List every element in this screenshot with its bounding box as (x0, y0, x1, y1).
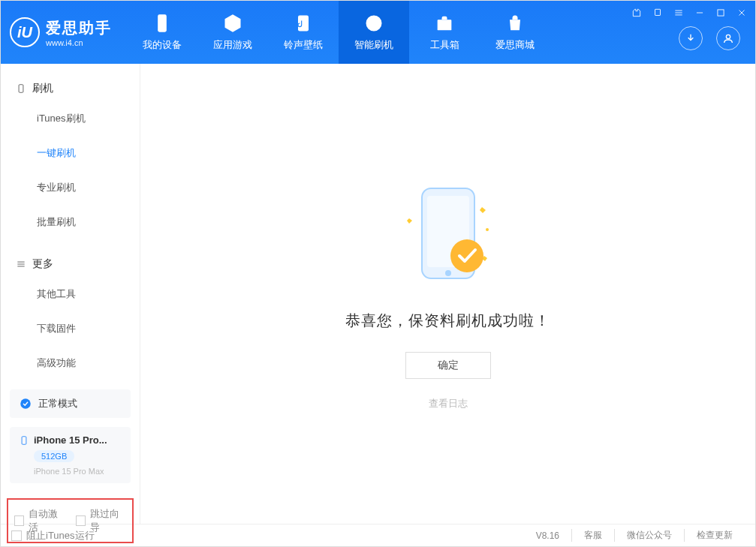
window-skin-icon[interactable] (629, 5, 644, 20)
window-maximize-icon[interactable] (713, 5, 728, 20)
checkbox-block-itunes[interactable]: 阻止iTunes运行 (11, 529, 95, 542)
main-layout: 刷机 iTunes刷机 一键刷机 专业刷机 批量刷机 更多 其他工具 下载固件 … (1, 64, 755, 524)
svg-rect-6 (718, 10, 724, 16)
refresh-gear-icon (363, 13, 384, 34)
svg-marker-14 (480, 207, 486, 213)
sidebar-heading-flash[interactable]: 刷机 (1, 76, 140, 101)
device-storage-badge: 512GB (34, 450, 74, 462)
sidebar-heading-label: 刷机 (32, 82, 53, 95)
window-menu-icon[interactable] (671, 5, 686, 20)
nav-ringtones[interactable]: 铃声壁纸 (268, 1, 339, 64)
nav-toolbox[interactable]: 工具箱 (409, 1, 480, 64)
nav-label: 智能刷机 (354, 38, 393, 52)
sidebar-item-itunes-flash[interactable]: iTunes刷机 (1, 101, 140, 136)
briefcase-icon (434, 13, 455, 34)
sidebar-item-download-firmware[interactable]: 下载固件 (1, 311, 140, 346)
phone-outline-icon (16, 83, 26, 94)
sidebar-heading-label: 更多 (32, 257, 53, 271)
device-card[interactable]: iPhone 15 Pro... 512GB iPhone 15 Pro Max (10, 427, 131, 483)
window-feedback-icon[interactable] (650, 5, 665, 20)
window-controls (629, 5, 749, 20)
svg-point-8 (20, 398, 31, 409)
window-minimize-icon[interactable] (692, 5, 707, 20)
top-nav: 我的设备 应用游戏 铃声壁纸 智能刷机 工具箱 爱思商城 (127, 1, 550, 64)
logo-icon: iU (10, 17, 40, 47)
main-content: 恭喜您，保资料刷机成功啦！ 确定 查看日志 (140, 64, 755, 524)
svg-rect-5 (655, 9, 661, 15)
footer-version: V8.16 (524, 530, 571, 541)
success-title: 恭喜您，保资料刷机成功啦！ (345, 311, 550, 331)
svg-rect-0 (158, 14, 167, 32)
music-icon (293, 13, 314, 34)
success-illustration (396, 177, 501, 293)
svg-point-17 (450, 239, 483, 272)
app-header: iU 爱思助手 www.i4.cn 我的设备 应用游戏 铃声壁纸 智能刷机 工具… (1, 1, 755, 64)
footer-support[interactable]: 客服 (571, 529, 614, 542)
view-log-link[interactable]: 查看日志 (429, 397, 468, 410)
list-icon (16, 259, 26, 269)
sidebar-item-advanced[interactable]: 高级功能 (1, 346, 140, 380)
checkbox-icon (76, 515, 86, 526)
sidebar-item-pro-flash[interactable]: 专业刷机 (1, 170, 140, 205)
device-status[interactable]: 正常模式 (10, 389, 131, 418)
nav-label: 爱思商城 (495, 38, 535, 52)
footer-check-update[interactable]: 检查更新 (684, 529, 745, 542)
sidebar-item-other-tools[interactable]: 其他工具 (1, 277, 140, 311)
nav-store[interactable]: 爱思商城 (480, 1, 550, 64)
app-title: 爱思助手 (46, 18, 112, 38)
device-name: iPhone 15 Pro... (34, 434, 107, 446)
phone-icon (152, 13, 173, 34)
nav-label: 工具箱 (430, 38, 459, 52)
footer-wechat[interactable]: 微信公众号 (614, 529, 684, 542)
checkbox-label-text: 阻止iTunes运行 (26, 529, 95, 542)
app-url: www.i4.cn (46, 38, 112, 47)
sidebar-item-batch-flash[interactable]: 批量刷机 (1, 205, 140, 239)
header-actions (679, 26, 740, 50)
sidebar-item-onekey-flash[interactable]: 一键刷机 (1, 136, 140, 170)
sidebar-section-more: 更多 其他工具 下载固件 高级功能 (1, 239, 140, 380)
nav-my-device[interactable]: 我的设备 (127, 1, 197, 64)
nav-smart-flash[interactable]: 智能刷机 (339, 1, 409, 64)
nav-apps-games[interactable]: 应用游戏 (197, 1, 268, 64)
sidebar-section-flash: 刷机 iTunes刷机 一键刷机 专业刷机 批量刷机 (1, 64, 140, 239)
svg-marker-13 (407, 218, 412, 224)
confirm-button[interactable]: 确定 (405, 352, 491, 379)
sidebar: 刷机 iTunes刷机 一键刷机 专业刷机 批量刷机 更多 其他工具 下载固件 … (1, 64, 140, 524)
device-phone-icon (19, 435, 29, 446)
svg-rect-7 (19, 85, 23, 93)
svg-point-15 (486, 228, 489, 231)
checkbox-icon (14, 515, 24, 526)
svg-rect-3 (438, 20, 452, 30)
cube-icon (222, 13, 243, 34)
nav-label: 应用游戏 (213, 38, 252, 52)
sidebar-heading-more[interactable]: 更多 (1, 251, 140, 277)
device-model: iPhone 15 Pro Max (34, 467, 122, 476)
window-close-icon[interactable] (734, 5, 749, 20)
svg-point-12 (445, 270, 451, 276)
app-logo: iU 爱思助手 www.i4.cn (10, 17, 112, 47)
shopping-bag-icon (505, 13, 526, 34)
checkbox-label-text: 跳过向导 (90, 507, 126, 534)
nav-label: 我的设备 (143, 38, 182, 52)
svg-point-4 (726, 35, 730, 38)
svg-rect-9 (22, 436, 26, 444)
profile-button[interactable] (716, 26, 740, 50)
download-button[interactable] (679, 26, 703, 50)
status-check-icon (19, 397, 32, 410)
nav-label: 铃声壁纸 (284, 38, 323, 52)
checkbox-icon (11, 530, 22, 541)
status-label: 正常模式 (38, 397, 77, 410)
